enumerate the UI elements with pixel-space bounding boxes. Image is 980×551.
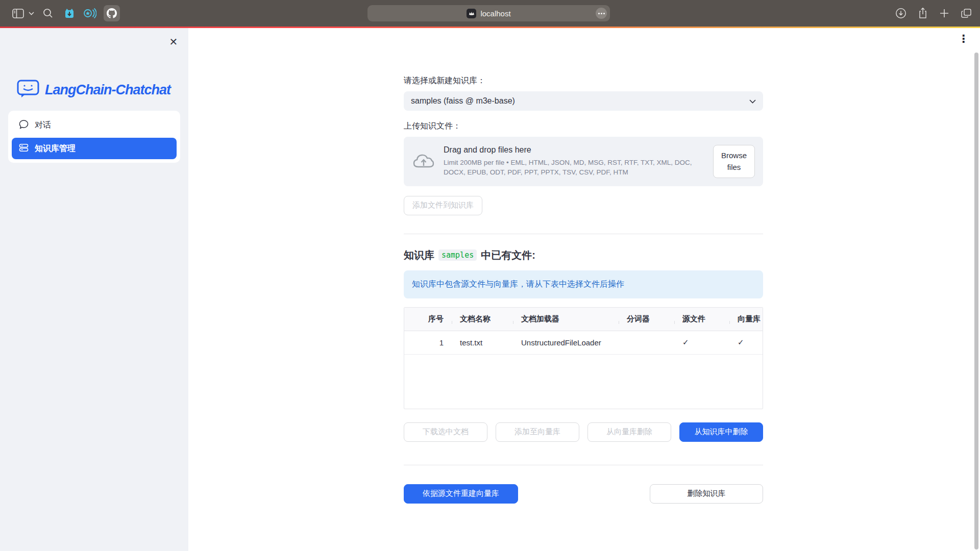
table-header-row: 序号 文档名称 文档加载器 分词器 源文件 向量库 [404,308,763,331]
delete-kb-button[interactable]: 删除知识库 [650,484,763,504]
column-header[interactable]: 向量库 [729,314,763,324]
search-icon[interactable] [37,4,59,22]
rebuild-vector-store-button[interactable]: 依据源文件重建向量库 [404,484,518,504]
cell-source-check: ✓ [674,338,729,347]
download-selected-button[interactable]: 下载选中文档 [404,422,487,442]
column-header[interactable]: 文档名称 [452,314,513,324]
column-header[interactable]: 分词器 [619,314,674,324]
kb-select-label: 请选择或新建知识库： [404,76,763,86]
database-icon [19,143,29,155]
browser-toolbar: localhost [0,0,980,27]
sidebar-nav: 对话 知识库管理 [8,111,180,163]
info-banner: 知识库中包含源文件与向量库，请从下表中选择文件后操作 [404,270,763,298]
column-header[interactable]: 文档加载器 [513,314,619,324]
add-to-vector-button[interactable]: 添加至向量库 [496,422,579,442]
chatchat-logo-icon [16,79,40,101]
ellipsis-icon [598,13,605,14]
file-action-buttons: 下载选中文档 添加至向量库 从向量库删除 从知识库中删除 [404,422,763,442]
table-row[interactable]: 1 test.txt UnstructuredFileLoader ✓ ✓ [404,331,763,355]
app-menu-button[interactable]: ⋮ [958,32,969,45]
download-icon[interactable] [895,4,906,22]
kb-files-heading: 知识库 samples 中已有文件: [404,248,763,262]
column-header[interactable]: 源文件 [674,314,729,324]
upload-label: 上传知识文件： [404,121,763,132]
delete-from-kb-button[interactable]: 从知识库中删除 [679,422,763,442]
github-extension-icon[interactable] [100,4,124,22]
add-files-button[interactable]: 添加文件到知识库 [404,196,482,215]
divider [404,234,763,234]
app-logo: LangChain-Chatchat [16,79,170,101]
main-area: ⋮ 请选择或新建知识库： samples (faiss @ m3e-base) … [188,28,980,551]
chat-bubble-icon [19,119,29,131]
cell-vector-check: ✓ [729,338,763,347]
delete-from-vector-button[interactable]: 从向量库删除 [587,422,671,442]
cell-index: 1 [404,338,452,347]
media-sniffer-extension-icon[interactable] [80,4,100,22]
kb-selected-value: samples (faiss @ m3e-base) [411,96,749,106]
app-page: ✕ LangChain-Chatchat 对 [0,28,980,551]
sidebar-item-kb-management[interactable]: 知识库管理 [12,138,177,159]
vertical-scrollbar[interactable] [974,53,978,549]
cell-loader: UnstructuredFileLoader [513,338,619,347]
chevron-down-icon[interactable] [26,4,37,22]
cat-download-extension-icon[interactable] [59,4,80,22]
heading-suffix: 中已有文件: [481,248,535,262]
browse-files-button[interactable]: Browse files [713,145,755,178]
address-bar[interactable]: localhost [368,5,610,21]
sidebar-close-button[interactable]: ✕ [166,34,181,49]
kb-action-buttons: 依据源文件重建向量库 删除知识库 [404,484,763,504]
chevron-down-icon [749,96,756,106]
sidebar-toggle-icon[interactable] [10,4,26,22]
divider [404,465,763,465]
sidebar-item-dialogue[interactable]: 对话 [12,114,177,136]
share-icon[interactable] [918,4,928,22]
cell-filename: test.txt [452,338,513,347]
dropzone-limit: Limit 200MB per file • EML, HTML, JSON, … [444,158,705,178]
new-tab-icon[interactable] [939,4,949,22]
file-dropzone[interactable]: Drag and drop files here Limit 200MB per… [404,137,763,186]
sidebar-item-label: 知识库管理 [35,143,76,154]
logo-text: LangChain-Chatchat [45,82,170,98]
column-header[interactable]: 序号 [404,314,452,324]
dropzone-title: Drag and drop files here [444,145,705,155]
tabs-overview-icon[interactable] [961,4,972,22]
sidebar-item-label: 对话 [35,120,51,131]
url-host: localhost [480,9,510,18]
table-empty-area [404,355,763,409]
sidebar: ✕ LangChain-Chatchat 对 [0,28,188,551]
heading-prefix: 知识库 [404,248,434,262]
kb-selectbox[interactable]: samples (faiss @ m3e-base) [404,91,763,111]
kb-files-table: 序号 文档名称 文档加载器 分词器 源文件 向量库 1 test.txt Uns… [404,307,763,409]
cloud-upload-icon [412,152,435,171]
streamlit-crown-icon [467,9,476,18]
kb-name-code: samples [438,249,477,261]
page-options-button[interactable] [596,8,607,19]
